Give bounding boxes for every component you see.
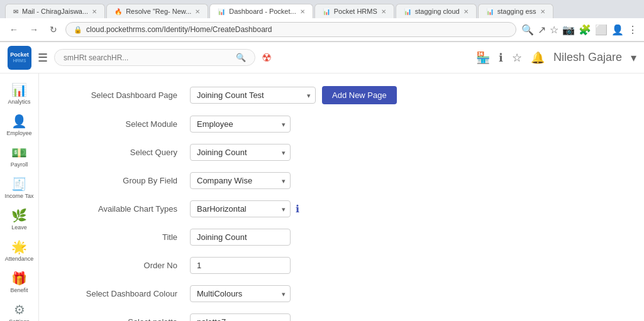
dashboard-page-label: Select Dashboard Page (64, 90, 190, 100)
tab-stagging-ess[interactable]: 📊 stagging ess ✕ (478, 4, 553, 18)
incometax-icon: 🧾 (11, 177, 27, 192)
tab-favicon: 📊 (486, 8, 494, 15)
chart-type-select[interactable]: BarHorizontal (190, 200, 291, 217)
sidebar-item-label: Analytics (8, 99, 30, 105)
browser-nav: ← → ↻ 🔒 cloud.pockethrms.com/Identity/Ho… (0, 18, 644, 41)
sidebar: 📊 Analytics 👤 Employee 💵 Payroll 🧾 Incom… (0, 73, 39, 321)
form-row-title: Title (64, 229, 619, 246)
chart-type-select-wrapper: BarHorizontal ▾ (190, 200, 291, 217)
sidebar-item-label: Employee (6, 130, 31, 136)
hamburger-icon[interactable]: ☰ (38, 51, 48, 65)
shop-icon[interactable]: 🏪 (476, 51, 490, 65)
tab-pocket-hrms[interactable]: 📊 Pocket HRMS ✕ (314, 4, 394, 18)
form-row-chart-type: Available Chart Types BarHorizontal ▾ ℹ (64, 200, 619, 217)
info-icon[interactable]: ℹ (296, 203, 299, 215)
settings-icon: ⚙ (14, 302, 25, 317)
tab-favicon: 🔥 (114, 8, 122, 15)
sidebar-item-employee[interactable]: 👤 Employee (0, 110, 38, 140)
app-container: 📊 Analytics 👤 Employee 💵 Payroll 🧾 Incom… (0, 73, 644, 321)
form-row-order-no: Order No (64, 257, 619, 274)
sidebar-item-incometax[interactable]: 🧾 Income Tax (0, 173, 38, 203)
query-select-wrapper: Joining Count ▾ (190, 144, 291, 161)
module-select[interactable]: Employee (190, 116, 291, 133)
close-icon[interactable]: ✕ (540, 8, 545, 15)
dashboard-colour-label: Select Dashboard Colour (64, 289, 190, 298)
module-label: Select Module (64, 119, 190, 129)
browser-camera-icon[interactable]: 📷 (562, 24, 575, 36)
close-icon[interactable]: ✕ (464, 8, 469, 15)
form-row-group-by: Group By Field Company Wise ▾ (64, 172, 619, 189)
form-row-dashboard-page: Select Dashboard Page Joining Count Test… (64, 86, 619, 104)
close-icon[interactable]: ✕ (92, 8, 97, 15)
sidebar-item-label: Settings (9, 318, 30, 321)
leave-icon: 🌿 (11, 208, 27, 223)
sidebar-item-payroll[interactable]: 💵 Payroll (0, 141, 38, 171)
search-input[interactable] (64, 53, 232, 62)
star-icon[interactable]: ☆ (512, 51, 522, 65)
order-no-label: Order No (64, 261, 190, 270)
reload-button[interactable]: ↻ (47, 23, 60, 36)
user-name[interactable]: Nilesh Gajare (553, 51, 622, 64)
group-by-select[interactable]: Company Wise (190, 172, 291, 189)
refresh-icon[interactable]: ☢ (262, 51, 272, 65)
query-label: Select Query (64, 148, 190, 157)
close-icon[interactable]: ✕ (195, 8, 200, 15)
close-icon[interactable]: ✕ (381, 8, 386, 15)
palette-select-wrapper: palette7 ▾ (190, 313, 291, 321)
tab-mail[interactable]: ✉ Mail - ChiragJaiswa... ✕ (5, 4, 105, 18)
browser-search-icon[interactable]: 🔍 (521, 24, 534, 36)
tab-label: Pocket HRMS (334, 8, 377, 15)
browser-window-icon[interactable]: ⬜ (595, 24, 608, 36)
browser-bookmark-icon[interactable]: ☆ (550, 24, 558, 36)
dashboard-colour-select[interactable]: MultiColours (190, 285, 291, 302)
sidebar-item-attendance[interactable]: 🌟 Attendance (0, 236, 38, 266)
browser-menu-icon[interactable]: ⋮ (628, 24, 638, 36)
dashboard-page-select[interactable]: Joining Count Test (190, 87, 316, 104)
topbar-actions: 🏪 ℹ ☆ 🔔 Nilesh Gajare ▾ (476, 51, 636, 65)
close-icon[interactable]: ✕ (300, 8, 305, 15)
title-input[interactable] (190, 229, 291, 246)
tab-favicon: 📊 (404, 8, 411, 15)
bell-icon[interactable]: 🔔 (531, 51, 545, 65)
attendance-icon: 🌟 (11, 239, 27, 254)
group-by-label: Group By Field (64, 176, 190, 185)
app-logo: Pocket HRMS (8, 46, 31, 70)
tab-label: Resolve "Reg- New... (126, 8, 191, 15)
form-row-query: Select Query Joining Count ▾ (64, 144, 619, 161)
sidebar-item-label: Attendance (5, 256, 34, 262)
sidebar-item-settings[interactable]: ⚙ Settings (0, 298, 38, 321)
app-topbar: Pocket HRMS ☰ 🔍 ☢ 🏪 ℹ ☆ 🔔 Nilesh Gajare … (0, 42, 644, 73)
browser-puzzle-icon[interactable]: 🧩 (579, 24, 591, 36)
lock-icon: 🔒 (74, 26, 82, 34)
group-by-select-wrapper: Company Wise ▾ (190, 172, 291, 189)
order-no-input[interactable] (190, 257, 291, 274)
tab-favicon: 📊 (323, 8, 330, 15)
tab-favicon: 📊 (218, 8, 225, 15)
search-bar[interactable]: 🔍 (54, 49, 255, 66)
chart-type-label: Available Chart Types (64, 204, 190, 214)
sidebar-item-leave[interactable]: 🌿 Leave (0, 204, 38, 234)
add-new-page-button[interactable]: Add New Page (322, 86, 397, 104)
search-icon: 🔍 (236, 53, 246, 62)
url-text: cloud.pockethrms.com/Identity/Home/Creat… (86, 25, 508, 34)
browser-chrome: ✉ Mail - ChiragJaiswa... ✕ 🔥 Resolve "Re… (0, 0, 644, 42)
forward-button[interactable]: → (26, 23, 42, 36)
browser-actions: 🔍 ↗ ☆ 📷 🧩 ⬜ 👤 ⋮ (521, 24, 638, 36)
query-select[interactable]: Joining Count (190, 144, 291, 161)
sidebar-item-analytics[interactable]: 📊 Analytics (0, 79, 38, 109)
tab-label: stagging cloud (415, 8, 460, 15)
tab-stagging-cloud[interactable]: 📊 stagging cloud ✕ (396, 4, 477, 18)
browser-share-icon[interactable]: ↗ (538, 24, 546, 36)
back-button[interactable]: ← (6, 23, 21, 36)
help-icon[interactable]: ℹ (499, 51, 503, 65)
sidebar-item-benefit[interactable]: 🎁 Benefit (0, 267, 38, 297)
tab-dashboard[interactable]: 📊 Dashboard - Pocket... ✕ (209, 4, 313, 18)
palette-select[interactable]: palette7 (190, 313, 291, 321)
tab-label: Dashboard - Pocket... (229, 8, 296, 15)
palette-label: Select palette (64, 317, 190, 321)
address-bar[interactable]: 🔒 cloud.pockethrms.com/Identity/Home/Cre… (65, 22, 516, 37)
tab-resolve[interactable]: 🔥 Resolve "Reg- New... ✕ (106, 4, 208, 18)
sidebar-item-label: Benefit (10, 287, 28, 293)
browser-profile-icon[interactable]: 👤 (611, 24, 624, 36)
user-chevron-icon[interactable]: ▾ (631, 51, 636, 65)
